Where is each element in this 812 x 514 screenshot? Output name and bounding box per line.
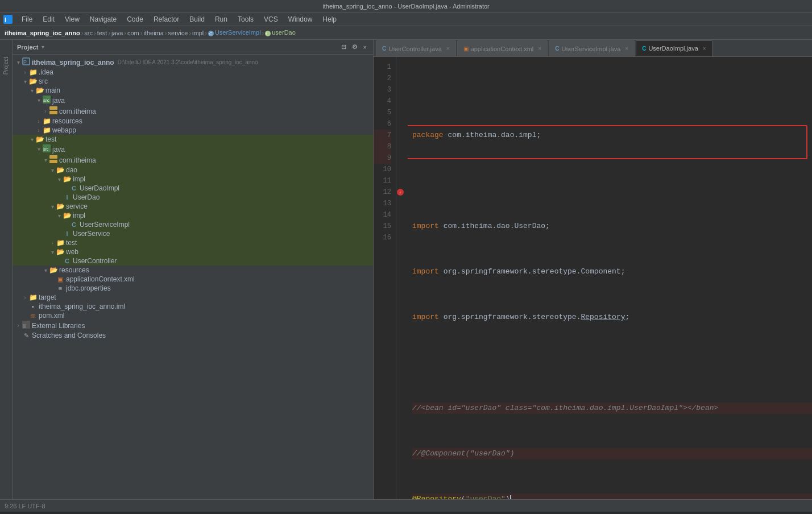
menu-refactor[interactable]: Refactor [149, 14, 184, 24]
menu-help[interactable]: Help [318, 14, 341, 24]
tree-idea[interactable]: › 📁 .idea [13, 68, 373, 77]
tree-service[interactable]: ▾ 📂 service [13, 202, 373, 211]
menu-tools[interactable]: Tools [233, 14, 258, 24]
tree-ext-lib[interactable]: › ||| External Libraries [13, 320, 373, 331]
project-tab-vertical[interactable]: Project [2, 53, 10, 78]
tree-root-label: itheima_spring_ioc_anno [32, 59, 114, 67]
close-sidebar-icon[interactable]: × [362, 43, 368, 51]
folder-icon: 📁 [28, 68, 38, 76]
bc-test[interactable]: test [97, 30, 107, 36]
tab-userserviceimpl[interactable]: C UserServiceImpl.java × [549, 40, 635, 56]
tree-userdaoimpl-label: UserDaoImpl [80, 184, 119, 192]
tab-java-icon: C [642, 45, 646, 52]
tab-xml-icon: ▣ [463, 45, 469, 52]
svg-text:src: src [43, 147, 49, 151]
bc-impl[interactable]: impl [192, 30, 204, 36]
bc-com[interactable]: com [127, 30, 139, 36]
tree-resources-label: resources [52, 117, 82, 125]
menu-vcs[interactable]: VCS [259, 14, 283, 24]
menu-window[interactable]: Window [284, 14, 317, 24]
code-line-4: import org.springframework.stereotype.Co… [412, 266, 812, 277]
breakpoint-icon[interactable]: ↑ [396, 186, 408, 198]
settings-icon[interactable]: ⚙ [350, 43, 359, 51]
tree-com-itheima[interactable]: › com.itheima [13, 106, 373, 117]
tree-scratches[interactable]: ▾ ✎ Scratches and Consoles [13, 331, 373, 340]
menu-file[interactable]: File [17, 14, 37, 24]
code-line-3: import com.itheima.dao.UserDao; [412, 221, 812, 232]
tree-service-label: service [66, 202, 88, 210]
tree-userdaoimpl[interactable]: ▾ C UserDaoImpl [13, 184, 373, 193]
svg-rect-11 [49, 106, 57, 110]
editor-area: C UserController.java × ▣ applicationCon… [374, 40, 812, 499]
tree-src[interactable]: ▾ 📂 src [13, 77, 373, 86]
tree-target[interactable]: › 📁 target [13, 293, 373, 302]
menu-build[interactable]: Build [185, 14, 209, 24]
code-content[interactable]: package com.itheima.dao.impl; import com… [408, 57, 812, 499]
svg-rect-12 [49, 111, 57, 114]
tree-iml[interactable]: ▾ ▪ itheima_spring_ioc_anno.iml [13, 302, 373, 311]
tree-scratches-label: Scratches and Consoles [32, 331, 106, 339]
pom-icon: m [28, 312, 38, 319]
tab-close-icon[interactable]: × [538, 45, 541, 52]
bc-java[interactable]: java [111, 30, 123, 36]
folder-icon: 📂 [35, 86, 44, 94]
menu-edit[interactable]: Edit [38, 14, 59, 24]
tree-userserviceimpl[interactable]: ▾ C UserServiceImpl [13, 220, 373, 229]
java-class-icon: C [63, 258, 72, 264]
bc-itheima[interactable]: itheima [143, 30, 163, 36]
tab-close-icon[interactable]: × [446, 45, 450, 52]
menu-navigate[interactable]: Navigate [85, 14, 121, 24]
folder-icon: 📁 [56, 239, 65, 247]
menu-view[interactable]: View [60, 14, 84, 24]
tree-test-resources[interactable]: ▾ 📂 resources [13, 266, 373, 275]
tree-userservice[interactable]: ▾ I UserService [13, 229, 373, 238]
tree-dao[interactable]: ▾ 📂 dao [13, 165, 373, 175]
tree-appcontext[interactable]: ▾ ▣ applicationContext.xml [13, 275, 373, 284]
tree-jdbc[interactable]: ▾ ≡ jdbc.properties [13, 284, 373, 293]
tree-src-label: src [39, 77, 48, 85]
code-editor[interactable]: 1 2 3 4 5 6 7 8 9 10 11 12 13 14 15 16 [374, 57, 812, 499]
tree-main[interactable]: ▾ 📂 main [13, 86, 373, 95]
tree-webapp[interactable]: › 📁 webapp [13, 126, 373, 135]
menu-run[interactable]: Run [210, 14, 232, 24]
tree-test-com[interactable]: ▾ com.itheima [13, 155, 373, 165]
tab-label: UserServiceImpl.java [561, 45, 620, 52]
tree-java[interactable]: ▾ src java [13, 95, 373, 106]
tree-resources[interactable]: › 📁 resources [13, 117, 373, 126]
tab-appcontext[interactable]: ▣ applicationContext.xml × [457, 40, 548, 56]
title-bar: itheima_spring_ioc_anno - UserDaoImpl.ja… [0, 0, 812, 13]
bc-service[interactable]: service [168, 30, 188, 36]
folder-icon: 📂 [28, 77, 38, 85]
tree-test[interactable]: ▾ 📂 test [13, 135, 373, 144]
bc-src[interactable]: src [84, 30, 93, 36]
bc-userdao[interactable]: fuserDao [265, 29, 296, 36]
tree-jdbc-label: jdbc.properties [66, 284, 111, 292]
code-line-8: //@Component("userDao") [412, 448, 812, 459]
tree-root[interactable]: ▾ P itheima_spring_ioc_anno D:\IntelliJ … [13, 57, 373, 68]
tree-test-resources-label: resources [59, 266, 89, 274]
tree-test-java[interactable]: ▾ src java [13, 144, 373, 155]
tab-userdaoimpl[interactable]: C UserDaoImpl.java × [636, 40, 712, 56]
arrow-icon: ▾ [56, 213, 63, 219]
tree-web[interactable]: ▾ 📂 web [13, 247, 373, 256]
tree-userdao[interactable]: ▾ I UserDao [13, 193, 373, 202]
arrow-icon: › [49, 240, 56, 246]
tree-webapp-label: webapp [52, 126, 76, 134]
tree-dao-impl[interactable]: ▾ 📂 impl [13, 175, 373, 184]
folder-icon: 📁 [42, 117, 51, 125]
tree-service-impl[interactable]: ▾ 📂 impl [13, 211, 373, 220]
tree-pom[interactable]: ▾ m pom.xml [13, 311, 373, 320]
arrow-icon: ▾ [22, 78, 28, 85]
tab-label: UserController.java [388, 45, 442, 52]
bc-root[interactable]: itheima_spring_ioc_anno [5, 30, 80, 36]
tree-test-inner[interactable]: › 📁 test [13, 238, 373, 247]
menu-code[interactable]: Code [122, 14, 148, 24]
app-icon: I [2, 14, 14, 25]
tree-usercontroller[interactable]: ▾ C UserController [13, 256, 373, 266]
sidebar-dropdown-icon[interactable]: ▾ [42, 44, 44, 50]
tab-close-icon[interactable]: × [625, 45, 628, 52]
tab-close-icon[interactable]: × [703, 45, 706, 52]
collapse-all-icon[interactable]: ⊟ [339, 43, 348, 51]
bc-userserviceimpl[interactable]: CUserServiceImpl [208, 29, 261, 36]
tab-usercontroller[interactable]: C UserController.java × [376, 40, 456, 56]
